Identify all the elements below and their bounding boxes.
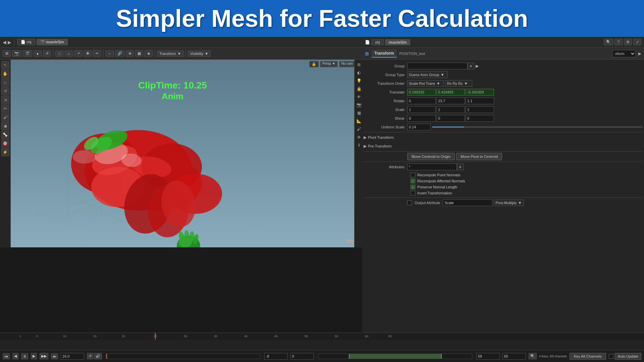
camera2-icon[interactable]: 📷: [355, 101, 363, 109]
fastforward-btn[interactable]: ⏭: [51, 353, 58, 359]
scene-icon[interactable]: ⊞: [355, 61, 363, 68]
auto-update-btn[interactable]: Auto Update: [615, 353, 641, 360]
play-fwd-btn[interactable]: ▶: [31, 353, 37, 359]
move-pivot-btn[interactable]: Move Pivot to Centroid: [456, 153, 502, 160]
recompute-point-normals-cb[interactable]: [411, 173, 415, 177]
tab-obj[interactable]: 📄 obj: [17, 39, 35, 45]
pivot-expand-icon[interactable]: ▶: [364, 135, 367, 140]
shear-x-input[interactable]: [407, 115, 436, 122]
uniform-scale-slider[interactable]: [432, 127, 464, 127]
right-obj-tab[interactable]: obj: [371, 39, 384, 45]
xform-selector[interactable]: xform: [612, 50, 636, 57]
move-centroid-btn[interactable]: Move Centroid to Origin: [407, 153, 455, 160]
shear-z-input[interactable]: [466, 115, 494, 122]
group-add-btn[interactable]: +: [468, 63, 474, 69]
camera-icon[interactable]: 📷: [12, 50, 21, 57]
box-icon[interactable]: □: [55, 51, 63, 57]
translate-x-input[interactable]: [407, 89, 436, 96]
scale-z-input[interactable]: [466, 106, 494, 113]
grab-tool[interactable]: ✋: [1, 70, 9, 78]
edit-tool[interactable]: ✏: [1, 105, 9, 113]
filter-icon[interactable]: ⊗: [355, 133, 363, 141]
attributes-add-btn[interactable]: +: [457, 164, 464, 170]
uniform-scale-input[interactable]: [407, 124, 431, 130]
paint2-icon[interactable]: 🖌: [355, 125, 363, 133]
loop-icon[interactable]: ↺: [87, 353, 93, 359]
step-fwd-btn[interactable]: ▶▶: [40, 353, 48, 359]
transform-order-dropdown[interactable]: Scale Rot Trans ▼: [407, 80, 444, 87]
range-track[interactable]: [318, 354, 472, 359]
right-search-icon[interactable]: 🔍: [604, 39, 613, 45]
arrow-icon[interactable]: ↗: [74, 50, 82, 57]
zoom-icon[interactable]: 🔍: [529, 353, 537, 359]
pen-icon[interactable]: ✏: [93, 50, 101, 57]
object-icon[interactable]: ◈: [145, 50, 153, 57]
translate-y-input[interactable]: [436, 89, 465, 96]
info-icon[interactable]: ℹ: [355, 141, 363, 149]
post-multiply-dropdown[interactable]: Post-Multiply ▼: [494, 199, 524, 206]
grid3-icon[interactable]: ▦: [355, 109, 363, 117]
frame-current-input[interactable]: [61, 353, 84, 360]
scale-y-input[interactable]: [436, 106, 465, 113]
circle-icon[interactable]: ●: [34, 51, 42, 57]
params-tab-transform[interactable]: Transform: [372, 50, 397, 58]
group-input[interactable]: [407, 63, 468, 69]
output-attribute-cb[interactable]: [407, 200, 412, 205]
scale-tool[interactable]: ⇲: [1, 96, 9, 104]
play-btn[interactable]: ⏸: [21, 353, 28, 359]
link-icon[interactable]: 🔗: [115, 50, 124, 57]
eye-icon[interactable]: 👁: [355, 93, 363, 101]
output-attribute-input[interactable]: [443, 199, 492, 206]
rot-order-dropdown[interactable]: Rx Ry Rz ▼: [445, 80, 472, 87]
rotate-tool[interactable]: ↺: [1, 87, 9, 95]
pre-expand-icon[interactable]: ▶: [364, 144, 367, 148]
scrubber-track[interactable]: [106, 354, 260, 359]
key-all-channels-btn[interactable]: Key All Channels: [570, 353, 606, 360]
move-icon[interactable]: ↔: [105, 51, 114, 57]
audio-icon[interactable]: 🔊: [94, 353, 102, 359]
scale-x-input[interactable]: [407, 106, 436, 113]
rotate-z-input[interactable]: [466, 98, 494, 104]
right-expand-icon[interactable]: ⤢: [633, 39, 641, 45]
pose-tool[interactable]: 🦴: [1, 131, 9, 139]
magnet-icon[interactable]: ✤: [84, 50, 92, 57]
anim-tool[interactable]: 🎯: [1, 139, 9, 147]
lock2-icon[interactable]: 🔒: [355, 85, 363, 93]
visibility-dropdown[interactable]: Visibility ▼: [188, 51, 211, 57]
frame-marker1-input[interactable]: [476, 353, 500, 360]
measure-icon[interactable]: 📐: [355, 117, 363, 125]
frame-marker2-input[interactable]: [502, 353, 526, 360]
attributes-input[interactable]: [407, 164, 457, 170]
snap-icon[interactable]: ⊕: [126, 50, 134, 57]
rotate-icon[interactable]: ↺: [43, 50, 51, 57]
nav-forward-icon[interactable]: ▶: [8, 40, 11, 45]
rewind-btn[interactable]: ⏮: [3, 353, 10, 359]
frame-end-left-input[interactable]: [264, 353, 288, 360]
invert-transformation-cb[interactable]: [411, 191, 415, 195]
light-icon[interactable]: 💡: [355, 77, 363, 84]
grid2-icon[interactable]: ▦: [135, 50, 143, 57]
nav-back-icon[interactable]: ◀: [3, 40, 6, 45]
rotate-y-input[interactable]: [436, 98, 465, 104]
translate-z-input[interactable]: [466, 89, 494, 96]
right-info-icon[interactable]: ?: [614, 39, 623, 45]
shear-y-input[interactable]: [436, 115, 465, 122]
select-tool[interactable]: ↖: [1, 61, 9, 69]
auto-update-cb[interactable]: [609, 354, 613, 359]
shading-icon[interactable]: ◐: [355, 69, 363, 76]
step-back-btn[interactable]: ◀: [12, 353, 18, 359]
grid-icon[interactable]: ⊞: [3, 50, 11, 57]
sim-tool[interactable]: ⚡: [1, 148, 9, 156]
right-settings-icon[interactable]: ⚙: [624, 39, 632, 45]
node-tool[interactable]: ◉: [1, 122, 9, 130]
box-tool[interactable]: □: [1, 78, 9, 86]
camera-selector[interactable]: Persp ▼: [320, 61, 338, 67]
recompute-affected-normals-cb[interactable]: ✓: [411, 179, 415, 183]
right-musclesim-tab[interactable]: muscleSim: [385, 39, 411, 45]
preserve-normal-length-cb[interactable]: ✓: [411, 185, 415, 189]
group-type-dropdown[interactable]: Guess from Group ▼: [407, 71, 447, 78]
frame-end-right-input[interactable]: [290, 353, 314, 360]
paint-tool[interactable]: 🖌: [1, 113, 9, 121]
rotate-x-input[interactable]: [407, 98, 436, 104]
transform-icon[interactable]: ⌂: [65, 51, 73, 57]
